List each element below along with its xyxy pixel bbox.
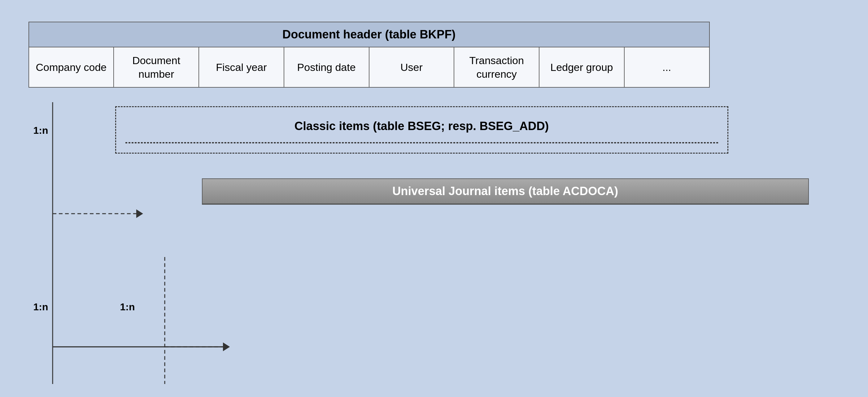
rel-bkpf-bseg: 1:n: [33, 125, 48, 136]
svg-marker-9: [223, 342, 230, 351]
bseg-outer: Classic items (table BSEG; resp. BSEG_AD…: [115, 106, 728, 154]
acdoca-title: Universal Journal items (table ACDOCA): [203, 179, 808, 204]
bkpf-cell-1: Document number: [114, 48, 199, 87]
bkpf-section: Document header (table BKPF) Company cod…: [29, 22, 710, 88]
bkpf-cell-4: User: [369, 48, 455, 87]
rel-bseg-acdoca: 1:n: [120, 301, 135, 313]
bkpf-cell-5: Transaction currency: [454, 48, 539, 87]
bseg-section: Classic items (table BSEG; resp. BSEG_AD…: [115, 106, 728, 154]
bkpf-title: Document header (table BKPF): [29, 22, 709, 48]
bkpf-columns: Company codeDocument numberFiscal yearPo…: [29, 48, 709, 87]
bkpf-cell-6: Ledger group: [539, 48, 625, 87]
bkpf-cell-7: ...: [625, 48, 709, 87]
bkpf-cell-3: Posting date: [284, 48, 369, 87]
bseg-title: Classic items (table BSEG; resp. BSEG_AD…: [125, 116, 718, 136]
bkpf-cell-0: Company code: [29, 48, 114, 87]
svg-marker-2: [136, 209, 143, 218]
diagram-container: Document header (table BKPF) Company cod…: [16, 12, 852, 214]
bseg-table: [125, 142, 718, 143]
acdoca-table: Universal Journal items (table ACDOCA): [202, 178, 809, 205]
rel-bkpf-acdoca: 1:n: [33, 301, 48, 313]
svg-marker-7: [223, 342, 230, 351]
bkpf-cell-2: Fiscal year: [199, 48, 284, 87]
bkpf-table: Document header (table BKPF) Company cod…: [29, 22, 710, 88]
acdoca-section: Universal Journal items (table ACDOCA): [202, 178, 809, 205]
